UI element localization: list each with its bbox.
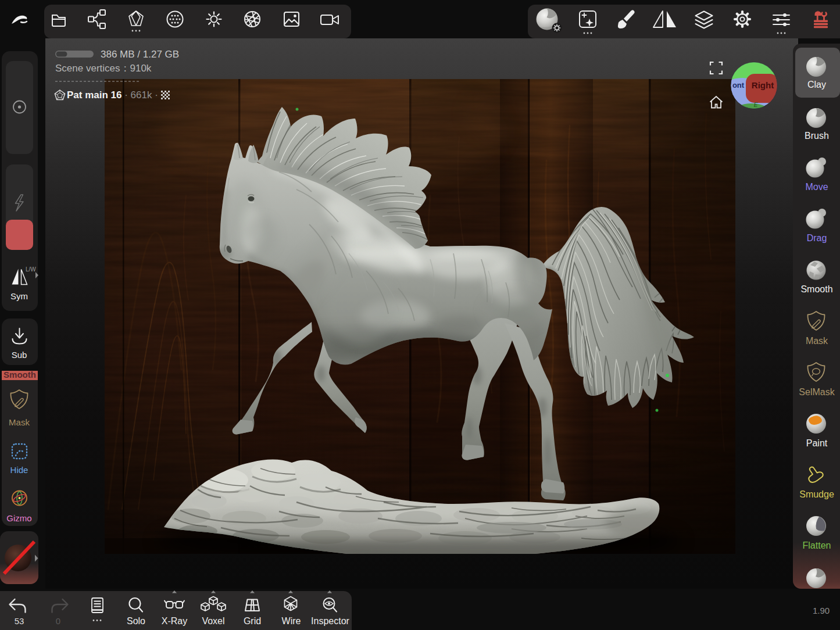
svg-text:Right: Right xyxy=(752,80,774,90)
svg-text:E: E xyxy=(754,102,758,108)
svg-text:ont: ont xyxy=(732,81,745,90)
svg-text:L/W: L/W xyxy=(26,266,36,273)
